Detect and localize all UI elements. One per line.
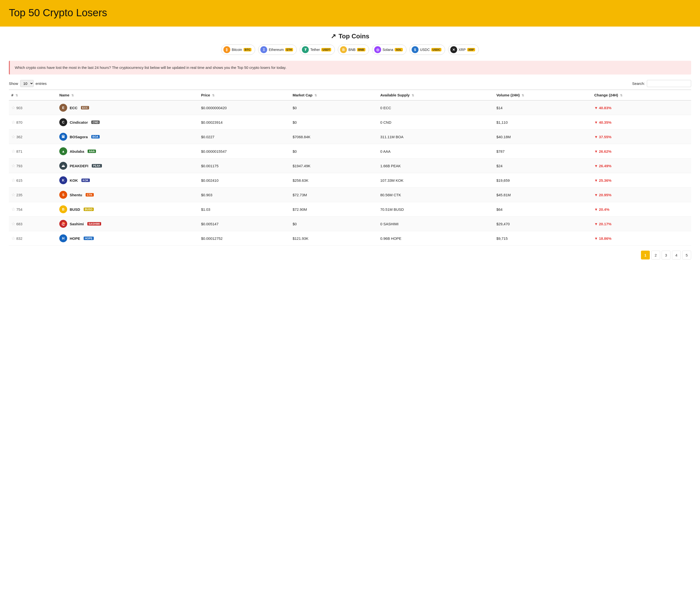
cell-name: B BUSD BUSD (57, 202, 199, 217)
coin-row-name[interactable]: BOSagora (70, 135, 88, 139)
coin-row-ticker: AAA (88, 149, 96, 153)
cell-volume: $29,470 (494, 217, 592, 231)
coin-pill-sol[interactable]: ◎ Solana SOL (372, 45, 406, 55)
star-icon[interactable]: ☆ (11, 120, 15, 125)
col-header-available_supply[interactable]: Available Supply ⇅ (378, 90, 494, 100)
cell-price: $1.03 (199, 202, 290, 217)
coin-logo: ⛰ (59, 162, 67, 170)
cell-available-supply: 1.66B PEAK (378, 159, 494, 173)
star-icon[interactable]: ☆ (11, 163, 15, 168)
coin-row-name[interactable]: Abulaba (70, 149, 84, 154)
coin-logo: 🏛 (59, 133, 67, 141)
cell-change: ▼ 20.17% (592, 217, 691, 231)
star-icon[interactable]: ☆ (11, 207, 15, 212)
page-btn-2[interactable]: 2 (651, 251, 660, 259)
coin-icon-eth: Ξ (260, 46, 267, 53)
coin-pill-btc[interactable]: ₿ Bitcoin BTC (221, 45, 255, 55)
cell-volume: $787 (494, 144, 592, 159)
coin-ticker-eth: ETH (285, 48, 293, 51)
table-body: ☆ 903 E ECC ECC $0.0000000420$00 ECC$14▼… (9, 100, 691, 246)
coins-row: ₿ Bitcoin BTC Ξ Ethereum ETH ₮ Tether US… (9, 45, 691, 55)
coin-name-xrp: XRP (459, 48, 466, 52)
cell-market-cap: $7068.84K (290, 130, 378, 144)
table-row: ☆ 832 H HOPE HOPE $0.00012752$121.93K0.9… (9, 231, 691, 246)
page-btn-3[interactable]: 3 (662, 251, 671, 259)
coin-cell: ⛰ PEAKDEFI PEAK (59, 162, 196, 170)
col-header-price[interactable]: Price ⇅ (199, 90, 290, 100)
cell-available-supply: 80.56M CTK (378, 188, 494, 202)
change-value: ▼ 37.55% (594, 135, 611, 139)
cell-volume: $24 (494, 159, 592, 173)
coin-row-name[interactable]: BUSD (70, 207, 80, 211)
coin-row-name[interactable]: KOK (70, 178, 78, 183)
page-btn-1[interactable]: 1 (641, 251, 650, 259)
coin-row-ticker: CND (91, 120, 100, 124)
coin-icon-btc: ₿ (223, 46, 230, 53)
cell-available-supply: 0 AAA (378, 144, 494, 159)
coin-pill-usdt[interactable]: ₮ Tether USDT (300, 45, 335, 55)
sort-icon-market_cap: ⇅ (314, 94, 317, 97)
coin-row-name[interactable]: PEAKDEFI (70, 164, 88, 168)
cell-rank: ☆ 235 (9, 188, 57, 202)
coin-pill-eth[interactable]: Ξ Ethereum ETH (258, 45, 297, 55)
cell-name: 🏛 BOSagora BOA (57, 130, 199, 144)
change-value: ▼ 18.86% (594, 236, 611, 240)
coin-row-ticker: HOPE (84, 237, 94, 240)
cell-change: ▼ 37.55% (592, 130, 691, 144)
star-icon[interactable]: ☆ (11, 222, 15, 226)
cell-rank: ☆ 362 (9, 130, 57, 144)
coin-ticker-xrp: XRP (467, 48, 475, 51)
coin-row-ticker: BOA (91, 135, 100, 138)
star-icon[interactable]: ☆ (11, 236, 15, 241)
cell-market-cap: $258.63K (290, 173, 378, 188)
cell-volume: $40.18M (494, 130, 592, 144)
coin-pill-usdc[interactable]: $ USDC USDC (409, 45, 445, 55)
entries-select[interactable]: 10 25 50 (20, 80, 34, 87)
cell-available-supply: 0.96B HOPE (378, 231, 494, 246)
cell-change: ▼ 26.49% (592, 159, 691, 173)
cell-rank: ☆ 615 (9, 173, 57, 188)
col-header-change[interactable]: Change (24H) ⇅ (592, 90, 691, 100)
cell-name: E ECC ECC (57, 100, 199, 115)
row-number: 235 (16, 193, 22, 197)
coin-row-name[interactable]: Cindicator (70, 120, 88, 124)
coin-row-name[interactable]: ECC (70, 106, 77, 110)
cell-market-cap: $72.90M (290, 202, 378, 217)
page-btn-4[interactable]: 4 (672, 251, 681, 259)
coin-row-name[interactable]: Sashimi (70, 222, 84, 226)
star-icon[interactable]: ☆ (11, 178, 15, 183)
cell-volume: $14 (494, 100, 592, 115)
coin-name-btc: Bitcoin (232, 48, 242, 52)
coin-row-name[interactable]: HOPE (70, 236, 80, 240)
coin-logo: B (59, 205, 67, 213)
cell-price: $0.00023914 (199, 115, 290, 130)
col-header-rank[interactable]: # ⇅ (9, 90, 57, 100)
page-btn-5[interactable]: 5 (682, 251, 691, 259)
cell-rank: ☆ 832 (9, 231, 57, 246)
coin-cell: K KOK KOK (59, 176, 196, 184)
coin-logo: H (59, 234, 67, 242)
cell-volume: $9,715 (494, 231, 592, 246)
table-head: # ⇅Name ⇅Price ⇅Market Cap ⇅Available Su… (9, 90, 691, 100)
coin-row-ticker: SASHIMI (87, 222, 101, 226)
cell-available-supply: 311.11M BOA (378, 130, 494, 144)
coin-pill-bnb[interactable]: B BNB BNB (338, 45, 369, 55)
star-icon[interactable]: ☆ (11, 149, 15, 154)
star-icon[interactable]: ☆ (11, 192, 15, 197)
star-icon[interactable]: ☆ (11, 134, 15, 139)
col-header-market_cap[interactable]: Market Cap ⇅ (290, 90, 378, 100)
col-header-name[interactable]: Name ⇅ (57, 90, 199, 100)
col-header-volume[interactable]: Volume (24H) ⇅ (494, 90, 592, 100)
search-input[interactable] (647, 80, 691, 87)
entries-label: entries (36, 81, 47, 86)
change-value: ▼ 40.83% (594, 106, 611, 110)
cell-rank: ☆ 871 (9, 144, 57, 159)
show-label: Show (9, 81, 18, 86)
cell-name: H HOPE HOPE (57, 231, 199, 246)
table-controls: Show 10 25 50 entries Search: (9, 80, 691, 87)
coin-pill-xrp[interactable]: ✕ XRP XRP (448, 45, 479, 55)
coin-row-name[interactable]: Shentu (70, 193, 82, 197)
coin-cell: 🏛 BOSagora BOA (59, 133, 196, 141)
star-icon[interactable]: ☆ (11, 105, 15, 110)
coin-logo: C (59, 118, 67, 126)
